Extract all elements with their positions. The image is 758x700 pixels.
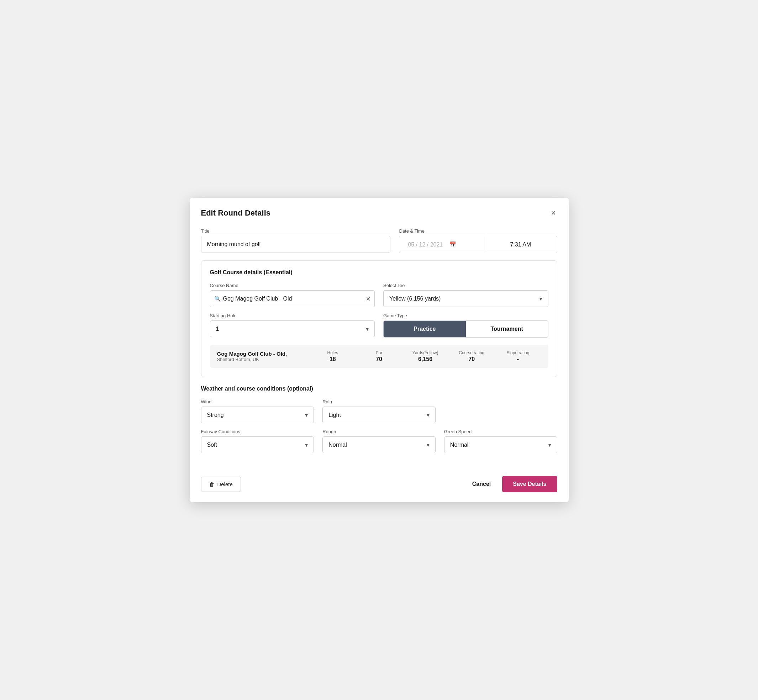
par-value: 70 <box>376 356 382 362</box>
delete-label: Delete <box>218 481 233 487</box>
yards-stat: Yards(Yellow) 6,156 <box>402 350 448 362</box>
hole-gametype-row: Starting Hole 1 2 10 ▼ Game Type Practic… <box>210 313 548 338</box>
fairway-wrapper: Soft Normal Hard ▼ <box>201 436 314 453</box>
starting-hole-group: Starting Hole 1 2 10 ▼ <box>210 313 375 338</box>
course-search-wrapper: 🔍 ✕ <box>210 290 375 307</box>
golf-course-section: Golf Course details (Essential) Course N… <box>201 260 557 377</box>
weather-title: Weather and course conditions (optional) <box>201 386 557 392</box>
date-input[interactable]: 05 / 12 / 2021 📅 <box>399 236 484 253</box>
time-input[interactable]: 7:31 AM <box>484 236 557 253</box>
par-stat: Par 70 <box>356 350 402 362</box>
cancel-button[interactable]: Cancel <box>467 477 496 492</box>
select-tee-dropdown[interactable]: Yellow (6,156 yards) White Red <box>383 290 548 307</box>
footer-right: Cancel Save Details <box>467 476 557 492</box>
golf-course-title: Golf Course details (Essential) <box>210 269 548 276</box>
rough-label: Rough <box>323 429 435 434</box>
datetime-label: Date & Time <box>399 228 557 234</box>
save-button[interactable]: Save Details <box>502 476 557 492</box>
title-label: Title <box>201 228 391 234</box>
course-rating-label: Course rating <box>448 350 495 355</box>
slope-rating-stat: Slope rating - <box>495 350 541 362</box>
starting-hole-dropdown[interactable]: 1 2 10 <box>210 320 375 337</box>
weather-section: Weather and course conditions (optional)… <box>201 386 557 453</box>
select-tee-label: Select Tee <box>383 283 548 288</box>
starting-hole-wrapper: 1 2 10 ▼ <box>210 320 375 337</box>
slope-rating-value: - <box>517 356 519 362</box>
course-info-name: Gog Magog Golf Club - Old, Shelford Bott… <box>217 351 310 362</box>
fairway-label: Fairway Conditions <box>201 429 314 434</box>
practice-button[interactable]: Practice <box>384 321 466 337</box>
title-group: Title <box>201 228 391 253</box>
par-label: Par <box>356 350 402 355</box>
fairway-group: Fairway Conditions Soft Normal Hard ▼ <box>201 429 314 453</box>
time-value: 7:31 AM <box>510 242 531 248</box>
holes-label: Holes <box>310 350 356 355</box>
modal-footer: 🗑 Delete Cancel Save Details <box>190 469 568 502</box>
trash-icon: 🗑 <box>209 481 215 487</box>
modal-title: Edit Round Details <box>201 208 271 218</box>
search-icon: 🔍 <box>214 295 221 302</box>
course-location: Shelford Bottom, UK <box>217 357 310 362</box>
rain-wrapper: None Light Moderate Heavy ▼ <box>323 406 435 423</box>
fairway-rough-green-row: Fairway Conditions Soft Normal Hard ▼ Ro… <box>201 429 557 453</box>
clear-icon[interactable]: ✕ <box>366 295 370 302</box>
holes-stat: Holes 18 <box>310 350 356 362</box>
datetime-row: 05 / 12 / 2021 📅 7:31 AM <box>399 236 557 253</box>
rough-group: Rough Easy Normal Difficult ▼ <box>323 429 435 453</box>
date-value: 05 / 12 / 2021 <box>408 242 443 248</box>
wind-dropdown[interactable]: Calm Light Moderate Strong Very Strong <box>201 406 314 423</box>
rain-dropdown[interactable]: None Light Moderate Heavy <box>323 406 435 423</box>
select-tee-group: Select Tee Yellow (6,156 yards) White Re… <box>383 283 548 307</box>
wind-rain-row: Wind Calm Light Moderate Strong Very Str… <box>201 399 557 423</box>
course-tee-row: Course Name 🔍 ✕ Select Tee Yellow (6,156… <box>210 283 548 307</box>
modal-body: Title Date & Time 05 / 12 / 2021 📅 7:31 … <box>190 225 568 469</box>
rain-group: Rain None Light Moderate Heavy ▼ <box>323 399 435 423</box>
game-type-group: Game Type Practice Tournament <box>383 313 548 338</box>
rough-wrapper: Easy Normal Difficult ▼ <box>323 436 435 453</box>
tournament-button[interactable]: Tournament <box>466 321 548 337</box>
green-speed-group: Green Speed Slow Normal Fast Very Fast ▼ <box>444 429 557 453</box>
course-name-label: Course Name <box>210 283 375 288</box>
course-rating-value: 70 <box>468 356 475 362</box>
delete-button[interactable]: 🗑 Delete <box>201 477 241 492</box>
course-info-bar: Gog Magog Golf Club - Old, Shelford Bott… <box>210 345 548 368</box>
green-speed-wrapper: Slow Normal Fast Very Fast ▼ <box>444 436 557 453</box>
close-button[interactable]: × <box>550 208 557 219</box>
select-tee-wrapper: Yellow (6,156 yards) White Red ▼ <box>383 290 548 307</box>
title-datetime-row: Title Date & Time 05 / 12 / 2021 📅 7:31 … <box>201 228 557 253</box>
game-type-toggle: Practice Tournament <box>383 320 548 338</box>
rain-label: Rain <box>323 399 435 405</box>
edit-round-modal: Edit Round Details × Title Date & Time 0… <box>190 198 568 502</box>
green-speed-label: Green Speed <box>444 429 557 434</box>
holes-value: 18 <box>329 356 336 362</box>
datetime-group: Date & Time 05 / 12 / 2021 📅 7:31 AM <box>399 228 557 253</box>
course-name-input[interactable] <box>210 290 375 307</box>
slope-rating-label: Slope rating <box>495 350 541 355</box>
course-name-display: Gog Magog Golf Club - Old, <box>217 351 310 357</box>
game-type-label: Game Type <box>383 313 548 318</box>
fairway-dropdown[interactable]: Soft Normal Hard <box>201 436 314 453</box>
course-name-group: Course Name 🔍 ✕ <box>210 283 375 307</box>
title-input[interactable] <box>201 236 391 253</box>
rough-dropdown[interactable]: Easy Normal Difficult <box>323 436 435 453</box>
starting-hole-label: Starting Hole <box>210 313 375 318</box>
yards-value: 6,156 <box>418 356 432 362</box>
course-rating-stat: Course rating 70 <box>448 350 495 362</box>
green-speed-dropdown[interactable]: Slow Normal Fast Very Fast <box>444 436 557 453</box>
modal-header: Edit Round Details × <box>190 198 568 225</box>
calendar-icon: 📅 <box>449 241 456 248</box>
yards-label: Yards(Yellow) <box>402 350 448 355</box>
wind-group: Wind Calm Light Moderate Strong Very Str… <box>201 399 314 423</box>
wind-wrapper: Calm Light Moderate Strong Very Strong ▼ <box>201 406 314 423</box>
wind-label: Wind <box>201 399 314 405</box>
